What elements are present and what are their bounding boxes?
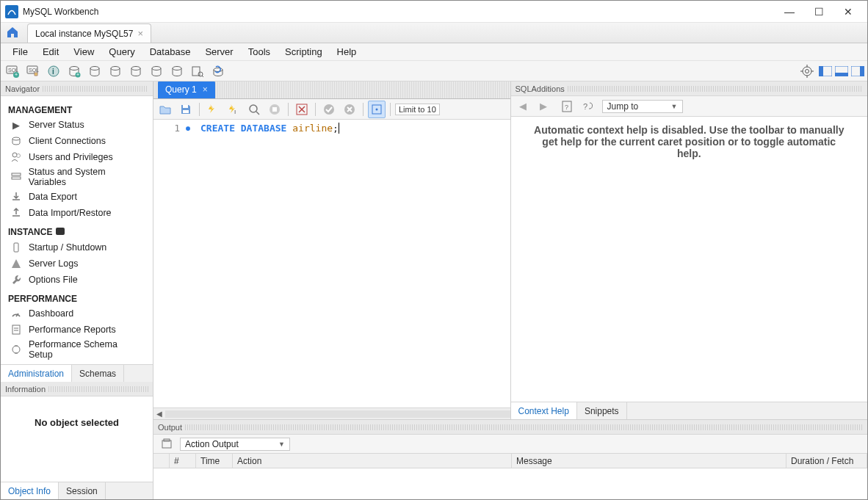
nav-users-privileges[interactable]: Users and Privileges [1,149,153,165]
jump-to-dropdown[interactable]: Jump to▼ [602,100,683,113]
stop-icon[interactable] [266,101,283,118]
svg-text:i: i [52,68,54,76]
nav-options-file[interactable]: Options File [1,272,153,288]
panel-toggle-right[interactable] [851,66,864,76]
menu-view[interactable]: View [66,46,101,57]
scroll-left-icon[interactable]: ◀ [153,410,165,418]
sql-editor[interactable]: 1 ● CREATE DATABASE airline; [153,120,510,407]
output-clear-icon[interactable] [158,435,176,453]
svg-rect-47 [183,110,189,113]
svg-rect-29 [819,66,823,76]
db-tool-6-icon[interactable] [168,62,186,80]
toggle-autocommit-icon[interactable] [293,101,311,118]
limit-rows-dropdown[interactable]: Limit to 10 [395,104,440,115]
connection-tab[interactable]: Local instance MySQL57 × [27,23,151,43]
col-hash[interactable]: # [170,454,196,468]
statement-marker-icon: ● [186,124,190,132]
db-tool-1-icon[interactable]: + [65,62,83,80]
nav-server-status[interactable]: ▶Server Status [1,117,153,133]
tab-schemas[interactable]: Schemas [72,365,124,382]
help-manual-icon[interactable]: ? [558,98,576,115]
open-sql-file-icon[interactable]: SQL [24,62,42,80]
inspector-icon[interactable]: i [45,62,62,80]
nav-fwd-icon[interactable]: ▶ [535,98,552,115]
col-time[interactable]: Time [196,454,233,468]
menu-server[interactable]: Server [198,46,240,57]
tab-object-info[interactable]: Object Info [1,482,59,499]
panel-toggle-bottom[interactable] [835,66,848,76]
title-bar: MySQL Workbench — ☐ ✕ [1,1,867,23]
col-message[interactable]: Message [512,454,786,468]
additions-header: SQLAdditions [511,81,868,96]
maximize-button[interactable]: ☐ [804,1,833,23]
svg-rect-39 [56,228,65,235]
menu-query[interactable]: Query [101,46,142,57]
db-tool-4-icon[interactable] [127,62,145,80]
rollback-icon[interactable] [341,101,358,118]
tab-session[interactable]: Session [59,482,106,499]
app-window: MySQL Workbench — ☐ ✕ Local instance MyS… [0,0,868,500]
menu-tools[interactable]: Tools [241,46,278,57]
additions-tabs: Context Help Snippets [511,402,868,419]
db-tool-5-icon[interactable] [148,62,165,80]
navigator-title: Navigator [5,84,40,93]
menu-help[interactable]: Help [330,46,364,57]
nav-data-import[interactable]: Data Import/Restore [1,205,153,221]
nav-server-logs[interactable]: Server Logs [1,256,153,272]
nav-data-export[interactable]: Data Export [1,189,153,205]
panel-toggle-left[interactable] [819,66,832,76]
db-tool-3-icon[interactable] [106,62,124,80]
open-file-icon[interactable] [156,101,174,118]
nav-back-icon[interactable]: ◀ [514,98,532,115]
home-tab[interactable] [2,22,23,43]
output-type-dropdown[interactable]: Action Output▼ [180,438,290,451]
svg-rect-38 [12,177,21,179]
app-icon [5,5,18,18]
tab-snippets[interactable]: Snippets [577,402,627,419]
nav-perf-schema[interactable]: Performance Schema Setup [1,338,153,361]
db-tool-2-icon[interactable] [86,62,104,80]
additions-help-text: Automatic context help is disabled. Use … [511,117,868,402]
save-icon[interactable] [177,101,195,118]
wrench-icon [10,273,23,286]
menu-edit[interactable]: Edit [35,46,66,57]
menu-database[interactable]: Database [142,46,198,57]
new-sql-tab-icon[interactable]: SQL+ [4,62,21,80]
connection-tabs: Local instance MySQL57 × [1,23,867,43]
query-tab-close-icon[interactable]: × [203,84,208,95]
play-icon: ▶ [10,118,23,131]
execute-current-icon[interactable]: I [225,101,242,118]
navigator-tabs: Administration Schemas [1,364,153,382]
commit-icon[interactable] [320,101,338,118]
editor-hscrollbar[interactable]: ◀ [153,407,510,419]
nav-dashboard[interactable]: Dashboard [1,305,153,322]
reconnect-icon[interactable] [209,62,227,80]
sql-code[interactable]: CREATE DATABASE airline; [200,120,510,407]
settings-icon[interactable] [798,62,816,80]
svg-point-35 [12,153,17,157]
svg-point-10 [70,66,79,70]
nav-startup-shutdown[interactable]: Startup / Shutdown [1,239,153,256]
svg-rect-42 [12,325,20,334]
search-icon[interactable] [189,62,206,80]
tab-administration[interactable]: Administration [1,365,72,382]
menu-scripting[interactable]: Scripting [278,46,330,57]
tab-context-help[interactable]: Context Help [511,402,577,419]
toggle-whitespace-icon[interactable] [368,101,386,118]
close-button[interactable]: ✕ [833,1,863,23]
minimize-button[interactable]: — [775,1,804,23]
app-title: MySQL Workbench [23,7,98,17]
svg-point-13 [90,66,99,70]
nav-client-connections[interactable]: Client Connections [1,133,153,149]
help-auto-icon[interactable]: ? [579,98,596,115]
nav-status-vars[interactable]: Status and System Variables [1,165,153,189]
close-tab-icon[interactable]: × [137,28,143,39]
query-tab[interactable]: Query 1 × [158,81,215,98]
additions-toolbar: ◀ ▶ ? ? Jump to▼ [511,96,868,117]
nav-perf-reports[interactable]: Performance Reports [1,322,153,338]
menu-file[interactable]: File [5,46,35,57]
col-duration[interactable]: Duration / Fetch [786,454,867,468]
col-action[interactable]: Action [233,454,512,468]
execute-icon[interactable] [204,101,222,118]
explain-icon[interactable] [245,101,263,118]
